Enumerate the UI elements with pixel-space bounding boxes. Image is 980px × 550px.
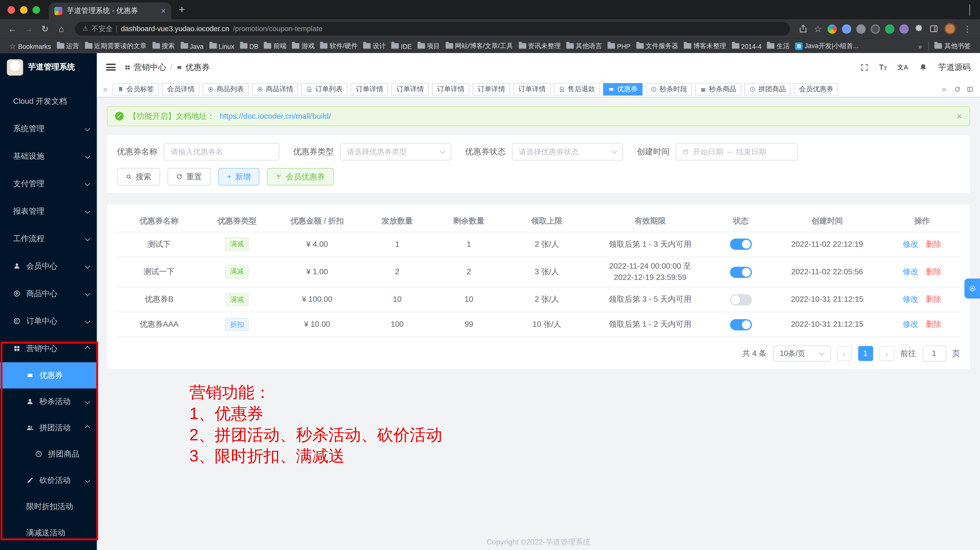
bookmark-item[interactable]: 2014-4 <box>729 41 764 51</box>
extension-icon[interactable] <box>856 24 865 33</box>
edit-link[interactable]: 修改 <box>903 240 918 249</box>
extension-icon[interactable] <box>899 24 909 33</box>
bookmark-item[interactable]: 博客未整理 <box>681 40 729 52</box>
profile-avatar[interactable] <box>944 23 956 34</box>
status-toggle[interactable] <box>730 294 752 306</box>
breadcrumb-item[interactable]: 优惠券 <box>176 62 210 73</box>
current-user[interactable]: 芋道源码 <box>938 62 970 73</box>
tags-view-tab-15[interactable]: 会员优惠券 <box>794 83 838 95</box>
sidebar-item-reward-activity[interactable]: 满减送活动 <box>0 520 97 546</box>
sidebar-item-cloud-doc[interactable]: Cloud 开发文档 <box>0 87 97 115</box>
coupon-name-input[interactable] <box>164 143 279 160</box>
tags-view-tab-5[interactable]: 订单详情 <box>351 83 388 95</box>
tabs-scroll-right-icon[interactable]: » <box>940 85 948 93</box>
browser-menu-icon[interactable]: ⋮ <box>963 24 971 33</box>
bookmark-item[interactable]: BJava开发|小组首... <box>793 40 861 52</box>
member-coupon-button[interactable]: 会员优惠券 <box>267 168 334 185</box>
fullscreen-icon[interactable] <box>860 63 869 71</box>
sidebar-item-report[interactable]: 报表管理 <box>0 198 97 225</box>
bookmark-item[interactable]: 设计 <box>361 40 389 52</box>
close-window-button[interactable] <box>8 6 15 13</box>
bookmark-item[interactable]: Java <box>178 41 207 51</box>
next-page-button[interactable]: › <box>879 346 894 361</box>
status-toggle[interactable] <box>730 266 752 278</box>
font-size-icon[interactable]: TT <box>879 63 887 71</box>
bookmark-item[interactable]: 生活 <box>765 40 793 52</box>
bookmark-item[interactable]: PHP <box>605 41 633 51</box>
sidebar-item-product-center[interactable]: 商品中心 <box>0 280 97 307</box>
new-tab-button[interactable]: + <box>179 3 185 16</box>
zoom-window-button[interactable] <box>32 6 40 13</box>
tab-search-chevron-icon[interactable] <box>969 4 980 16</box>
alert-close-icon[interactable]: × <box>957 111 962 121</box>
page-size-select[interactable]: 10条/页 <box>773 346 830 361</box>
edit-link[interactable]: 修改 <box>903 295 918 304</box>
sidebar-item-promotion-center[interactable]: 营销中心 <box>0 335 97 362</box>
tags-view-tab-9[interactable]: 订单详情 <box>513 83 551 95</box>
extension-icon[interactable] <box>827 24 837 33</box>
home-button[interactable]: ⌂ <box>54 24 69 33</box>
bookmark-item[interactable]: 软件/硬件 <box>318 40 361 52</box>
tags-view-tab-14[interactable]: 拼团商品 <box>745 83 791 95</box>
share-icon[interactable] <box>799 24 808 33</box>
settings-fab[interactable] <box>964 279 980 298</box>
sidebar-item-seckill[interactable]: 秒杀活动 <box>0 388 97 415</box>
side-panel-icon[interactable] <box>929 24 938 33</box>
sidebar-toggle[interactable] <box>106 64 116 71</box>
alert-doc-link[interactable]: https://doc.iocoder.cn/mall/build/ <box>220 112 331 121</box>
bookmark-item[interactable]: DB <box>237 41 261 51</box>
search-button[interactable]: 搜索 <box>117 168 160 185</box>
tags-view-tab-8[interactable]: 订单详情 <box>473 83 510 95</box>
bell-icon[interactable] <box>919 63 928 71</box>
current-page[interactable]: 1 <box>858 346 873 361</box>
tags-view-tab-12[interactable]: 秒杀时段 <box>646 83 692 95</box>
date-range-picker[interactable]: 开始日期 – 结束日期 <box>676 143 798 160</box>
create-button[interactable]: + 新增 <box>218 168 260 185</box>
bookmark-item[interactable]: 近期需要读的文章 <box>82 40 150 52</box>
delete-link[interactable]: 删除 <box>926 295 942 304</box>
sidebar-item-bargain[interactable]: 砍价活动 <box>0 467 97 493</box>
reset-button[interactable]: 重置 <box>167 168 211 185</box>
tags-view-tab-1[interactable]: 会员详情 <box>162 83 200 95</box>
tags-view-tab-7[interactable]: 订单详情 <box>432 83 469 95</box>
sidebar-item-system[interactable]: 系统管理 <box>0 115 97 142</box>
breadcrumb-item[interactable]: 营销中心 <box>124 62 167 73</box>
reload-button[interactable]: ↻ <box>38 24 52 33</box>
forward-button[interactable]: → <box>21 24 37 33</box>
back-button[interactable]: ← <box>5 24 20 33</box>
app-logo[interactable]: 芋道管理系统 <box>0 53 97 81</box>
browser-tab[interactable]: 芋道管理系统 - 优惠券 × <box>49 2 171 19</box>
extensions-puzzle-icon[interactable] <box>915 24 923 33</box>
edit-link[interactable]: 修改 <box>903 267 918 276</box>
delete-link[interactable]: 删除 <box>926 267 942 276</box>
sidebar-item-combination-goods[interactable]: 拼团商品 <box>0 441 97 467</box>
extension-icon[interactable] <box>885 24 894 33</box>
delete-link[interactable]: 删除 <box>926 320 942 329</box>
sidebar-item-order-center[interactable]: 订单中心 <box>0 307 97 335</box>
extension-icon[interactable] <box>871 24 880 33</box>
sidebar-item-payment[interactable]: 支付管理 <box>0 170 97 198</box>
tags-view-tab-13[interactable]: 秒杀商品 <box>695 83 741 95</box>
extension-icon[interactable] <box>842 24 851 33</box>
tags-view-tab-3[interactable]: 商品详情 <box>252 83 298 95</box>
tags-view-tab-0[interactable]: 会员标签 <box>113 83 159 95</box>
tags-view-tab-11[interactable]: 优惠券 <box>603 83 643 95</box>
bookmark-item[interactable]: IDE <box>389 41 415 51</box>
bookmark-item[interactable]: 前端 <box>261 40 290 52</box>
edit-link[interactable]: 修改 <box>903 320 918 329</box>
bookmark-item[interactable]: Linux <box>207 41 237 51</box>
bookmarks-overflow-icon[interactable]: » <box>915 42 926 50</box>
minimize-window-button[interactable] <box>20 6 27 13</box>
status-toggle[interactable] <box>730 239 752 250</box>
tab-close-icon[interactable]: × <box>161 6 165 16</box>
bookmark-item[interactable]: 游戏 <box>290 40 318 52</box>
bookmark-item[interactable]: ☆Bookmarks <box>6 41 54 51</box>
bookmark-item[interactable]: 项目 <box>415 40 443 52</box>
bookmark-item[interactable]: 其他语言 <box>564 40 605 52</box>
tabs-scroll-left-icon[interactable]: « <box>101 85 110 93</box>
bookmark-star-icon[interactable]: ☆ <box>814 24 822 33</box>
tags-view-tab-10[interactable]: 售后退款 <box>554 83 600 95</box>
refresh-tab-icon[interactable] <box>955 86 961 92</box>
bookmark-item[interactable]: 运营 <box>54 40 82 52</box>
other-bookmarks-folder[interactable]: 其他书签 <box>931 40 974 52</box>
